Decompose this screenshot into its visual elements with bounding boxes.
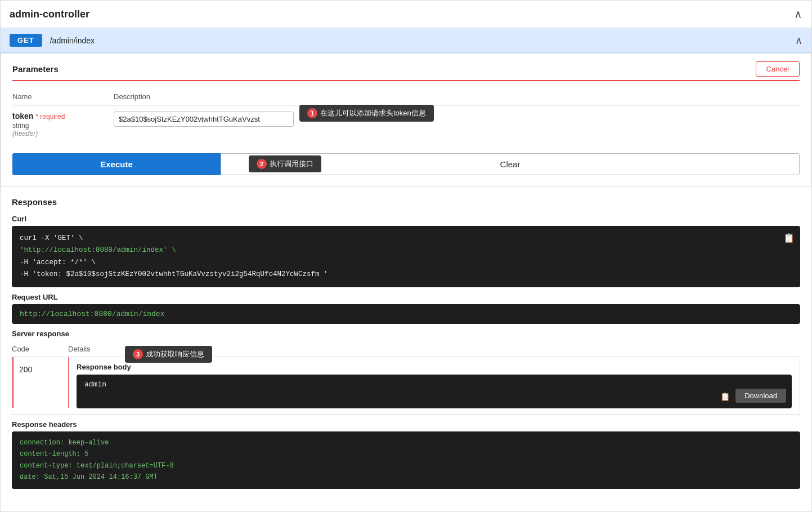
- response-headers-label: Response headers: [12, 420, 800, 429]
- token-param-meta: token* required string (header): [12, 112, 114, 137]
- title-bar: admin-controller ∧: [1, 1, 811, 28]
- response-body-value: admin: [84, 380, 106, 389]
- endpoint-row[interactable]: GET /admin/index ∧: [1, 28, 811, 53]
- response-row: 200 Response body admin 📋 Download 3: [12, 357, 800, 415]
- request-url-label: Request URL: [12, 293, 800, 301]
- code-header: Code: [12, 345, 68, 353]
- curl-copy-icon[interactable]: 📋: [783, 231, 795, 247]
- response-header-line-3: content-type: text/plain;charset=UTF-8: [20, 460, 792, 471]
- token-param-input[interactable]: [114, 112, 294, 127]
- tooltip-1: 1 在这儿可以添加请求头token信息: [299, 105, 434, 122]
- param-table-header: Name Description: [12, 90, 800, 105]
- response-body-label: Response body: [77, 363, 792, 371]
- request-url-section: Request URL http://localhost:8080/admin/…: [12, 293, 800, 324]
- token-param-name: token* required: [12, 112, 65, 121]
- token-param-location: (header): [12, 130, 114, 137]
- tooltip-3: 3 成功获取响应信息: [125, 346, 212, 363]
- response-header-line-2: content-length: 5: [20, 448, 792, 460]
- response-code: 200: [19, 365, 32, 374]
- curl-line3: -H 'accept: */*' \: [20, 259, 96, 266]
- curl-code-block: curl -X 'GET' \ 'http://localhost:8080/a…: [12, 226, 800, 287]
- tooltip-3-text: 成功获取响应信息: [146, 349, 204, 359]
- badge-1: 1: [307, 108, 317, 118]
- description-col-header: Description: [114, 92, 800, 101]
- badge-3: 3: [133, 349, 143, 359]
- download-label: Download: [744, 391, 777, 400]
- name-col-header: Name: [12, 92, 114, 101]
- action-row: Execute Clear 2 执行调用接口: [12, 153, 800, 175]
- token-param-type: string: [12, 122, 114, 130]
- token-param-row: token* required string (header) 1 在这儿可以添…: [12, 105, 800, 143]
- curl-section: Curl curl -X 'GET' \ 'http://localhost:8…: [12, 215, 800, 287]
- curl-line1: curl -X 'GET' \: [20, 234, 83, 242]
- server-response-section: Server response Code Details 200 Respons…: [12, 330, 800, 415]
- response-body-cell: Response body admin 📋 Download 3 成功获取响应信…: [69, 357, 800, 414]
- response-body-copy-icon[interactable]: 📋: [720, 392, 730, 402]
- curl-line4: -H 'token: $2a$10$sojStzKEzY002vtwhhtTGu…: [20, 270, 328, 278]
- responses-section: Responses Curl curl -X 'GET' \ 'http://l…: [1, 187, 811, 489]
- parameters-section: Parameters Cancel Name Description token…: [1, 53, 811, 187]
- page-container: admin-controller ∧ GET /admin/index ∧ Pa…: [0, 0, 812, 512]
- method-badge: GET: [10, 34, 42, 47]
- curl-line2: 'http://localhost:8080/admin/index' \: [20, 246, 176, 254]
- params-title: Parameters: [12, 64, 59, 74]
- response-header-line-4: date: Sat,15 Jun 2024 14:16:37 GMT: [20, 471, 792, 483]
- response-headers-section: Response headers connection: keep-alive …: [12, 420, 800, 489]
- params-header: Parameters Cancel: [12, 54, 800, 81]
- tooltip-2: 2 执行调用接口: [249, 155, 321, 172]
- badge-2: 2: [257, 159, 267, 169]
- response-body-code: admin 📋 Download: [77, 375, 792, 408]
- server-response-label: Server response: [12, 330, 800, 338]
- endpoint-path: /admin/index: [50, 36, 795, 45]
- responses-title: Responses: [12, 197, 800, 207]
- response-code-cell: 200: [12, 357, 69, 408]
- cancel-button[interactable]: Cancel: [756, 61, 800, 77]
- response-headers-code: connection: keep-alive content-length: 5…: [12, 431, 800, 489]
- curl-label: Curl: [12, 215, 800, 223]
- endpoint-chevron-icon[interactable]: ∧: [795, 34, 802, 47]
- tooltip-1-text: 在这儿可以添加请求头token信息: [320, 108, 426, 118]
- tooltip-2-text: 执行调用接口: [270, 159, 313, 169]
- response-header-line-1: connection: keep-alive: [20, 437, 792, 448]
- page-title: admin-controller: [10, 8, 89, 20]
- token-param-input-area: 1 在这儿可以添加请求头token信息: [114, 112, 800, 127]
- execute-button[interactable]: Execute: [12, 153, 221, 175]
- request-url-value: http://localhost:8080/admin/index: [12, 304, 800, 324]
- download-button[interactable]: Download: [735, 389, 786, 403]
- collapse-icon[interactable]: ∧: [794, 7, 802, 21]
